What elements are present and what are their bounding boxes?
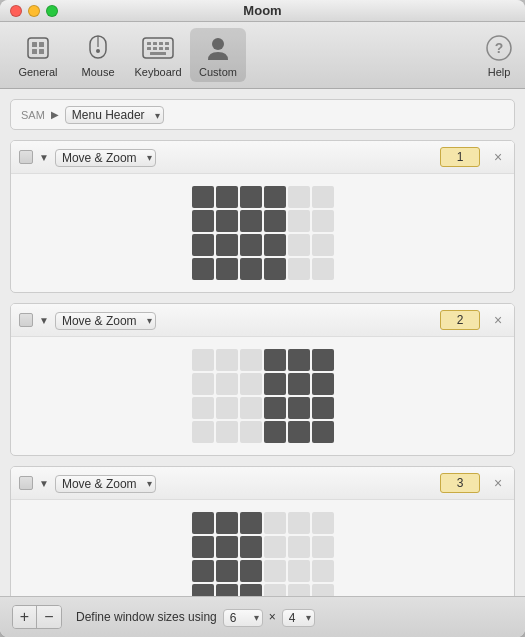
grid-cell[interactable]	[240, 234, 262, 256]
grid-cell[interactable]	[240, 560, 262, 582]
sam-select-wrapper[interactable]: Menu Header Space Default	[65, 105, 164, 124]
grid-cell[interactable]	[240, 536, 262, 558]
grid-cell[interactable]	[240, 397, 262, 419]
grid-cell[interactable]	[312, 536, 334, 558]
rule-type-select-1[interactable]: Move & Zoom Move Zoom	[55, 148, 156, 167]
grid-cell[interactable]	[312, 397, 334, 419]
rule-checkbox-2[interactable]	[19, 313, 33, 327]
grid-cell[interactable]	[312, 560, 334, 582]
grid-cell[interactable]	[288, 349, 310, 371]
grid-cell[interactable]	[264, 536, 286, 558]
grid-cell[interactable]	[216, 234, 238, 256]
grid-cell[interactable]	[192, 210, 214, 232]
grid-cell[interactable]	[216, 373, 238, 395]
grid-cell[interactable]	[288, 421, 310, 443]
grid-cell[interactable]	[264, 397, 286, 419]
grid-cell[interactable]	[312, 186, 334, 208]
grid-cell[interactable]	[192, 560, 214, 582]
grid-cell[interactable]	[240, 258, 262, 280]
rule-type-2[interactable]: Move & Zoom Move Zoom	[55, 312, 156, 330]
grid-cell[interactable]	[264, 349, 286, 371]
grid-cell[interactable]	[288, 560, 310, 582]
rule-close-3[interactable]: ×	[490, 475, 506, 491]
rule-checkbox-1[interactable]	[19, 150, 33, 164]
rule-type-select-2[interactable]: Move & Zoom Move Zoom	[55, 311, 156, 330]
rule-type-1[interactable]: Move & Zoom Move Zoom	[55, 149, 156, 167]
grid-cell[interactable]	[192, 349, 214, 371]
remove-rule-button[interactable]: −	[37, 606, 61, 628]
sam-select[interactable]: Menu Header Space Default	[65, 106, 164, 124]
minimize-button[interactable]	[28, 5, 40, 17]
grid-cell[interactable]	[288, 397, 310, 419]
grid-cell[interactable]	[312, 512, 334, 534]
grid-cell[interactable]	[216, 186, 238, 208]
grid-cell[interactable]	[312, 258, 334, 280]
rule-checkbox-3[interactable]	[19, 476, 33, 490]
grid-cell[interactable]	[288, 373, 310, 395]
grid-cell[interactable]	[288, 210, 310, 232]
grid-cell[interactable]	[312, 349, 334, 371]
grid-cell[interactable]	[288, 536, 310, 558]
toolbar-item-custom[interactable]: Custom	[190, 28, 246, 82]
grid-cell[interactable]	[216, 560, 238, 582]
grid-cell[interactable]	[264, 421, 286, 443]
toolbar-item-mouse[interactable]: Mouse	[70, 28, 126, 82]
grid-cell[interactable]	[264, 560, 286, 582]
grid-cell[interactable]	[264, 210, 286, 232]
grid-cell[interactable]	[240, 349, 262, 371]
grid-cell[interactable]	[240, 421, 262, 443]
grid-cols-select[interactable]: 64812	[223, 609, 263, 627]
close-button[interactable]	[10, 5, 22, 17]
grid-cell[interactable]	[216, 584, 238, 596]
grid-cell[interactable]	[216, 397, 238, 419]
grid-cell[interactable]	[240, 584, 262, 596]
rule-type-3[interactable]: Move & Zoom Move Zoom	[55, 475, 156, 493]
grid-cell[interactable]	[240, 373, 262, 395]
grid-cols-select-wrapper[interactable]: 64812	[223, 608, 263, 627]
rule-expand-1[interactable]: ▼	[39, 152, 49, 163]
rule-type-select-3[interactable]: Move & Zoom Move Zoom	[55, 474, 156, 493]
grid-cell[interactable]	[312, 421, 334, 443]
grid-cell[interactable]	[312, 373, 334, 395]
grid-cell[interactable]	[264, 373, 286, 395]
rule-close-1[interactable]: ×	[490, 149, 506, 165]
grid-cell[interactable]	[192, 584, 214, 596]
grid-cell[interactable]	[216, 210, 238, 232]
rule-expand-3[interactable]: ▼	[39, 478, 49, 489]
grid-cell[interactable]	[192, 397, 214, 419]
grid-rows-select[interactable]: 436	[282, 609, 315, 627]
toolbar-item-general[interactable]: General	[10, 28, 66, 82]
grid-cell[interactable]	[192, 373, 214, 395]
grid-cell[interactable]	[312, 210, 334, 232]
grid-cell[interactable]	[288, 584, 310, 596]
grid-cell[interactable]	[216, 349, 238, 371]
grid-cell[interactable]	[288, 186, 310, 208]
toolbar-item-keyboard[interactable]: Keyboard	[130, 28, 186, 82]
grid-cell[interactable]	[216, 421, 238, 443]
grid-cell[interactable]	[288, 512, 310, 534]
grid-cell[interactable]	[192, 234, 214, 256]
grid-cell[interactable]	[192, 421, 214, 443]
grid-cell[interactable]	[264, 512, 286, 534]
rule-close-2[interactable]: ×	[490, 312, 506, 328]
grid-cell[interactable]	[192, 258, 214, 280]
grid-cell[interactable]	[192, 536, 214, 558]
grid-cell[interactable]	[240, 186, 262, 208]
grid-cell[interactable]	[264, 258, 286, 280]
grid-cell[interactable]	[216, 536, 238, 558]
add-rule-button[interactable]: +	[13, 606, 37, 628]
grid-cell[interactable]	[264, 186, 286, 208]
grid-cell[interactable]	[264, 584, 286, 596]
grid-cell[interactable]	[288, 234, 310, 256]
grid-cell[interactable]	[288, 258, 310, 280]
grid-cell[interactable]	[240, 210, 262, 232]
grid-cell[interactable]	[312, 234, 334, 256]
maximize-button[interactable]	[46, 5, 58, 17]
grid-cell[interactable]	[216, 512, 238, 534]
grid-cell[interactable]	[264, 234, 286, 256]
grid-cell[interactable]	[192, 512, 214, 534]
grid-rows-select-wrapper[interactable]: 436	[282, 608, 315, 627]
grid-cell[interactable]	[192, 186, 214, 208]
grid-cell[interactable]	[312, 584, 334, 596]
toolbar-item-help[interactable]: ? Help	[483, 32, 515, 78]
